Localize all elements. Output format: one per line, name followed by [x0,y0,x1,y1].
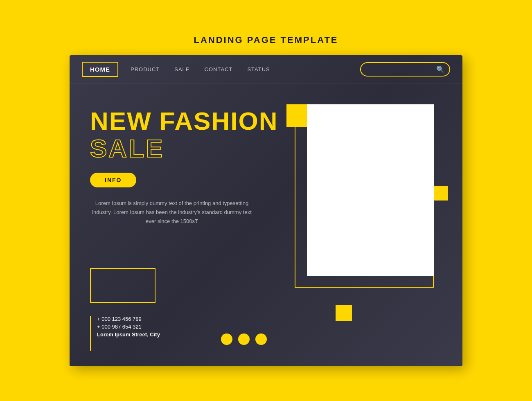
navbar: HOME PRODUCT SALE CONTACT STATUS 🔍 [70,55,462,84]
info-button[interactable]: INFO [90,173,136,187]
headline-sale: SALE [90,134,282,163]
main-content: NEW FASHION SALE INFO Lorem Ipsum is sim… [70,84,462,366]
page-outer-title: LANDING PAGE TEMPLATE [194,35,338,45]
nav-contact[interactable]: CONTACT [205,66,233,72]
nav-product[interactable]: PRODUCT [131,66,160,72]
contact-details: + 000 123 456 789 + 000 987 654 321 Lore… [97,316,160,338]
social-dot-2[interactable] [238,333,250,345]
description-text: Lorem Ipsum is simply dummy text of the … [90,199,254,226]
nav-home[interactable]: HOME [82,62,118,77]
contact-info: + 000 123 456 789 + 000 987 654 321 Lore… [90,316,160,351]
image-placeholder [307,104,434,276]
social-dot-1[interactable] [221,333,232,345]
search-input[interactable] [367,66,436,72]
contact-phone1: + 000 123 456 789 [97,316,160,322]
nav-status[interactable]: STATUS [247,66,270,72]
deco-square-bottom [336,305,352,321]
deco-square-right [434,186,448,200]
left-section: NEW FASHION SALE INFO Lorem Ipsum is sim… [90,96,282,366]
contact-phone2: + 000 987 654 321 [97,324,160,330]
right-section [282,96,446,366]
landing-card: HOME PRODUCT SALE CONTACT STATUS 🔍 NEW F… [70,55,462,366]
nav-links: PRODUCT SALE CONTACT STATUS [131,66,360,72]
search-bar[interactable]: 🔍 [360,62,450,77]
headline-new-fashion: NEW FASHION [90,108,282,134]
social-dot-3[interactable] [255,333,267,345]
contact-bar [90,316,91,351]
search-icon: 🔍 [436,65,444,73]
social-dots [221,333,267,345]
contact-address: Lorem Ipsum Street, City [97,331,160,338]
nav-sale[interactable]: SALE [174,66,189,72]
deco-box-bottom-left [90,268,156,303]
